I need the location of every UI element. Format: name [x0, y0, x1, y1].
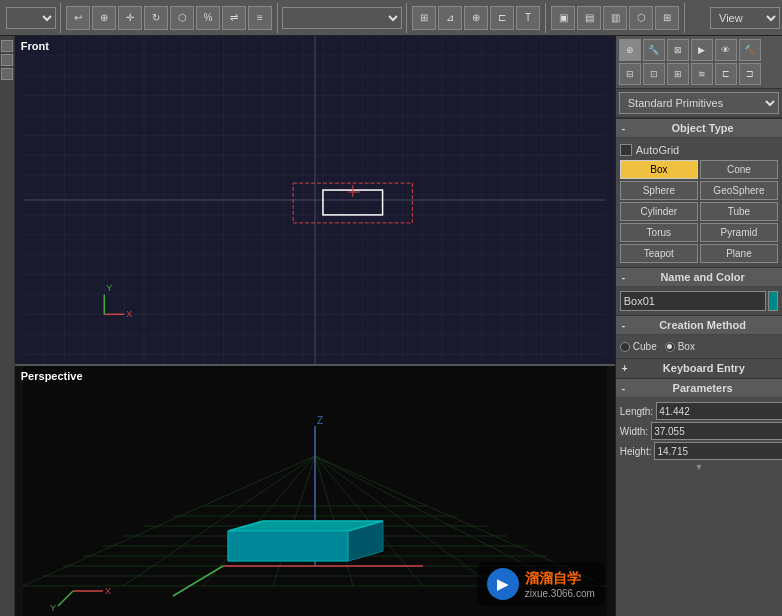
svg-text:Z: Z	[317, 415, 323, 426]
perspective-viewport-label: Perspective	[21, 370, 83, 382]
motion-icon[interactable]: ▶	[691, 39, 713, 61]
obj-btn-sphere[interactable]: Sphere	[620, 181, 698, 200]
creation-method-header[interactable]: - Creation Method	[616, 316, 782, 335]
param-length-row: Length: ▲ ▼	[620, 402, 778, 420]
render5-btn[interactable]: ⊞	[655, 6, 679, 30]
snap-btn[interactable]: ⊞	[412, 6, 436, 30]
hierarchy-icon[interactable]: ⊠	[667, 39, 689, 61]
object-type-title: Object Type	[629, 122, 776, 134]
left-btn-2[interactable]	[1, 54, 13, 66]
render4-btn[interactable]: ⬡	[629, 6, 653, 30]
autogrid-row: AutoGrid	[620, 142, 778, 158]
type-btn[interactable]: T	[516, 6, 540, 30]
box-radio[interactable]	[665, 342, 675, 352]
rotate-btn[interactable]: ↻	[144, 6, 168, 30]
param-width-row: Width: ▲ ▼	[620, 422, 778, 440]
left-btn-3[interactable]	[1, 68, 13, 80]
obj-btn-teapot[interactable]: Teapot	[620, 244, 698, 263]
percent2-btn[interactable]: ⊕	[464, 6, 488, 30]
view-dropdown[interactable]: View	[710, 7, 780, 29]
length-label: Length:	[620, 406, 653, 417]
obj-btn-cylinder[interactable]: Cylinder	[620, 202, 698, 221]
icon2-1[interactable]: ⊟	[619, 63, 641, 85]
scale-btn[interactable]: ⬡	[170, 6, 194, 30]
create-icon[interactable]: ⊕	[619, 39, 641, 61]
color-swatch[interactable]	[768, 291, 778, 311]
keyboard-sign: +	[622, 363, 628, 374]
viewport-container: Front	[15, 36, 615, 616]
creation-method-title: Creation Method	[629, 319, 776, 331]
icon2-6[interactable]: ⊐	[739, 63, 761, 85]
front-viewport[interactable]: Front	[15, 36, 615, 366]
select-btn[interactable]: ⊕	[92, 6, 116, 30]
cube-label: Cube	[633, 341, 657, 352]
parameters-rollout: - Parameters Length: ▲ ▼ Width:	[616, 378, 782, 476]
utilities-icon[interactable]: 🔨	[739, 39, 761, 61]
left-btn-1[interactable]	[1, 40, 13, 52]
icon2-2[interactable]: ⊡	[643, 63, 665, 85]
svg-marker-82	[228, 531, 348, 561]
right-icon-toolbar: ⊕ 🔧 ⊠ ▶ 👁 🔨 ⊟ ⊡ ⊞ ≋ ⊏ ⊐	[616, 36, 782, 89]
angle-btn[interactable]: ⊿	[438, 6, 462, 30]
keyboard-entry-title: Keyboard Entry	[632, 362, 776, 374]
main-toolbar: ↩ ⊕ ✛ ↻ ⬡ % ⇌ ≡ ⊞ ⊿ ⊕ ⊏ T ▣ ▤ ▥ ⬡ ⊞ View	[0, 0, 782, 36]
params-truncated: ▼	[620, 462, 778, 472]
percent-btn[interactable]: %	[196, 6, 220, 30]
render1-btn[interactable]: ▣	[551, 6, 575, 30]
length-input[interactable]	[656, 402, 782, 420]
obj-btn-torus[interactable]: Torus	[620, 223, 698, 242]
render3-btn[interactable]: ▥	[603, 6, 627, 30]
box-option[interactable]: Box	[665, 341, 695, 352]
icon2-4[interactable]: ≋	[691, 63, 713, 85]
name-color-title: Name and Color	[629, 271, 776, 283]
primitive-selector: Standard Primitives	[616, 89, 782, 118]
align-btn[interactable]: ≡	[248, 6, 272, 30]
undo-btn[interactable]: ↩	[66, 6, 90, 30]
tool-group-2	[278, 3, 407, 33]
display-icon[interactable]: 👁	[715, 39, 737, 61]
creation-method-rollout: - Creation Method Cube Box	[616, 315, 782, 358]
render2-btn[interactable]: ▤	[577, 6, 601, 30]
primitive-dropdown[interactable]: Standard Primitives	[619, 92, 779, 114]
rollout-sign-4: -	[622, 383, 625, 394]
obj-btn-box[interactable]: Box	[620, 160, 698, 179]
param-height-row: Height: ▲ ▼	[620, 442, 778, 460]
move-btn[interactable]: ✛	[118, 6, 142, 30]
name-color-content	[616, 287, 782, 315]
mirror-btn[interactable]: ⇌	[222, 6, 246, 30]
name-color-header[interactable]: - Name and Color	[616, 268, 782, 287]
watermark-text: 溜溜自学 zixue.3066.com	[525, 570, 595, 599]
height-input[interactable]	[654, 442, 782, 460]
svg-text:Y: Y	[50, 603, 56, 613]
obj-btn-tube[interactable]: Tube	[700, 202, 778, 221]
width-label: Width:	[620, 426, 648, 437]
svg-text:Y: Y	[106, 283, 112, 293]
icon2-3[interactable]: ⊞	[667, 63, 689, 85]
name-input[interactable]	[620, 291, 766, 311]
obj-btn-plane[interactable]: Plane	[700, 244, 778, 263]
obj-btn-cone[interactable]: Cone	[700, 160, 778, 179]
parameters-header[interactable]: - Parameters	[616, 379, 782, 398]
obj-btn-geosphere[interactable]: GeoSphere	[700, 181, 778, 200]
object-type-rollout: - Object Type AutoGrid Box Cone Sphere G…	[616, 118, 782, 267]
parameters-title: Parameters	[629, 382, 776, 394]
box-label: Box	[678, 341, 695, 352]
tool-group-1: ↩ ⊕ ✛ ↻ ⬡ % ⇌ ≡	[61, 3, 278, 33]
obj-btn-pyramid[interactable]: Pyramid	[700, 223, 778, 242]
width-input[interactable]	[651, 422, 782, 440]
menu-dropdown[interactable]	[6, 7, 56, 29]
keyboard-entry-rollout[interactable]: + Keyboard Entry	[616, 358, 782, 378]
modify-icon[interactable]: 🔧	[643, 39, 665, 61]
spinner-btn[interactable]: ⊏	[490, 6, 514, 30]
icon2-5[interactable]: ⊏	[715, 63, 737, 85]
parameters-content: Length: ▲ ▼ Width: ▲ ▼	[616, 398, 782, 476]
perspective-viewport[interactable]: Perspective	[15, 366, 615, 616]
cube-radio[interactable]	[620, 342, 630, 352]
autogrid-checkbox[interactable]	[620, 144, 632, 156]
object-dropdown[interactable]	[282, 7, 402, 29]
main-area: Front	[0, 36, 782, 616]
object-type-header[interactable]: - Object Type	[616, 119, 782, 138]
cube-option[interactable]: Cube	[620, 341, 657, 352]
autogrid-label: AutoGrid	[636, 144, 679, 156]
svg-text:X: X	[105, 586, 111, 596]
